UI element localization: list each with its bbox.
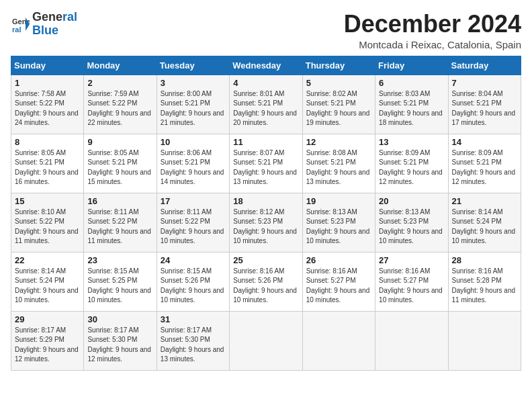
table-row xyxy=(375,311,448,370)
day-info: Sunrise: 8:13 AMSunset: 5:23 PMDaylight:… xyxy=(306,208,371,246)
table-row: 6Sunrise: 8:03 AMSunset: 5:21 PMDaylight… xyxy=(375,75,448,134)
table-row: 4Sunrise: 8:01 AMSunset: 5:21 PMDaylight… xyxy=(230,75,302,134)
day-number: 19 xyxy=(306,196,371,206)
day-number: 8 xyxy=(15,137,80,147)
table-row: 30Sunrise: 8:17 AMSunset: 5:30 PMDayligh… xyxy=(84,311,157,370)
table-row: 8Sunrise: 8:05 AMSunset: 5:21 PMDaylight… xyxy=(11,134,84,193)
day-info: Sunrise: 8:17 AMSunset: 5:30 PMDaylight:… xyxy=(87,326,152,365)
page-header: Gene ral General Blue December 2024 Mont… xyxy=(11,11,521,50)
day-info: Sunrise: 8:16 AMSunset: 5:27 PMDaylight:… xyxy=(379,267,444,306)
calendar: Sunday Monday Tuesday Wednesday Thursday… xyxy=(11,56,521,371)
table-row: 2Sunrise: 7:59 AMSunset: 5:22 PMDaylight… xyxy=(84,75,157,134)
day-info: Sunrise: 8:13 AMSunset: 5:23 PMDaylight:… xyxy=(379,208,444,246)
logo: Gene ral General Blue xyxy=(11,11,77,38)
table-row: 16Sunrise: 8:11 AMSunset: 5:22 PMDayligh… xyxy=(84,193,157,252)
table-row: 7Sunrise: 8:04 AMSunset: 5:21 PMDaylight… xyxy=(448,75,521,134)
day-info: Sunrise: 8:14 AMSunset: 5:24 PMDaylight:… xyxy=(15,267,80,306)
calendar-header-row: Sunday Monday Tuesday Wednesday Thursday… xyxy=(11,56,521,75)
table-row: 17Sunrise: 8:11 AMSunset: 5:22 PMDayligh… xyxy=(157,193,229,252)
day-number: 9 xyxy=(87,137,152,147)
table-row: 22Sunrise: 8:14 AMSunset: 5:24 PMDayligh… xyxy=(11,252,84,311)
table-row: 28Sunrise: 8:16 AMSunset: 5:28 PMDayligh… xyxy=(448,252,521,311)
day-number: 21 xyxy=(452,196,517,206)
day-info: Sunrise: 8:03 AMSunset: 5:21 PMDaylight:… xyxy=(379,89,444,128)
table-row: 29Sunrise: 8:17 AMSunset: 5:29 PMDayligh… xyxy=(11,311,84,370)
col-tuesday: Tuesday xyxy=(157,56,229,75)
day-number: 12 xyxy=(306,137,371,147)
day-number: 28 xyxy=(452,255,517,265)
col-sunday: Sunday xyxy=(11,56,84,75)
day-info: Sunrise: 8:16 AMSunset: 5:28 PMDaylight:… xyxy=(452,267,517,306)
day-number: 27 xyxy=(379,255,444,265)
table-row: 13Sunrise: 8:09 AMSunset: 5:21 PMDayligh… xyxy=(375,134,448,193)
day-number: 4 xyxy=(233,78,298,88)
day-number: 29 xyxy=(15,314,80,324)
day-number: 5 xyxy=(306,78,371,88)
col-monday: Monday xyxy=(84,56,157,75)
day-info: Sunrise: 8:15 AMSunset: 5:25 PMDaylight:… xyxy=(87,267,152,306)
month-title: December 2024 xyxy=(344,11,521,38)
col-saturday: Saturday xyxy=(448,56,521,75)
day-number: 1 xyxy=(15,78,80,88)
day-info: Sunrise: 8:16 AMSunset: 5:27 PMDaylight:… xyxy=(306,267,371,306)
col-thursday: Thursday xyxy=(302,56,375,75)
day-info: Sunrise: 8:06 AMSunset: 5:21 PMDaylight:… xyxy=(161,148,226,187)
table-row: 24Sunrise: 8:15 AMSunset: 5:26 PMDayligh… xyxy=(157,252,229,311)
table-row: 14Sunrise: 8:09 AMSunset: 5:21 PMDayligh… xyxy=(448,134,521,193)
table-row: 10Sunrise: 8:06 AMSunset: 5:21 PMDayligh… xyxy=(157,134,229,193)
day-info: Sunrise: 8:16 AMSunset: 5:26 PMDaylight:… xyxy=(233,267,298,306)
day-number: 7 xyxy=(452,78,517,88)
day-number: 3 xyxy=(161,78,226,88)
logo-icon: Gene ral xyxy=(11,15,30,34)
calendar-week-row: 15Sunrise: 8:10 AMSunset: 5:22 PMDayligh… xyxy=(11,193,521,252)
table-row: 15Sunrise: 8:10 AMSunset: 5:22 PMDayligh… xyxy=(11,193,84,252)
table-row: 27Sunrise: 8:16 AMSunset: 5:27 PMDayligh… xyxy=(375,252,448,311)
table-row: 9Sunrise: 8:05 AMSunset: 5:21 PMDaylight… xyxy=(84,134,157,193)
calendar-week-row: 1Sunrise: 7:58 AMSunset: 5:22 PMDaylight… xyxy=(11,75,521,134)
title-block: December 2024 Montcada i Reixac, Catalon… xyxy=(344,11,521,50)
day-info: Sunrise: 8:14 AMSunset: 5:24 PMDaylight:… xyxy=(452,208,517,246)
day-number: 6 xyxy=(379,78,444,88)
day-number: 15 xyxy=(15,196,80,206)
day-info: Sunrise: 8:09 AMSunset: 5:21 PMDaylight:… xyxy=(379,148,444,187)
day-info: Sunrise: 8:11 AMSunset: 5:22 PMDaylight:… xyxy=(161,208,226,246)
day-info: Sunrise: 8:15 AMSunset: 5:26 PMDaylight:… xyxy=(161,267,226,306)
day-number: 16 xyxy=(87,196,152,206)
table-row xyxy=(230,311,302,370)
day-info: Sunrise: 8:09 AMSunset: 5:21 PMDaylight:… xyxy=(452,148,517,187)
table-row: 23Sunrise: 8:15 AMSunset: 5:25 PMDayligh… xyxy=(84,252,157,311)
logo-text: General Blue xyxy=(32,11,77,38)
table-row: 5Sunrise: 8:02 AMSunset: 5:21 PMDaylight… xyxy=(302,75,375,134)
day-info: Sunrise: 7:59 AMSunset: 5:22 PMDaylight:… xyxy=(87,89,152,128)
day-number: 25 xyxy=(233,255,298,265)
day-info: Sunrise: 8:17 AMSunset: 5:29 PMDaylight:… xyxy=(15,326,80,365)
table-row: 19Sunrise: 8:13 AMSunset: 5:23 PMDayligh… xyxy=(302,193,375,252)
table-row: 18Sunrise: 8:12 AMSunset: 5:23 PMDayligh… xyxy=(230,193,302,252)
day-number: 24 xyxy=(161,255,226,265)
day-info: Sunrise: 8:07 AMSunset: 5:21 PMDaylight:… xyxy=(233,148,298,187)
day-info: Sunrise: 8:10 AMSunset: 5:22 PMDaylight:… xyxy=(15,208,80,246)
day-number: 30 xyxy=(87,314,152,324)
day-info: Sunrise: 8:05 AMSunset: 5:21 PMDaylight:… xyxy=(15,148,80,187)
day-info: Sunrise: 8:08 AMSunset: 5:21 PMDaylight:… xyxy=(306,148,371,187)
day-number: 10 xyxy=(161,137,226,147)
day-number: 17 xyxy=(161,196,226,206)
col-wednesday: Wednesday xyxy=(230,56,302,75)
day-number: 11 xyxy=(233,137,298,147)
table-row: 12Sunrise: 8:08 AMSunset: 5:21 PMDayligh… xyxy=(302,134,375,193)
day-info: Sunrise: 8:01 AMSunset: 5:21 PMDaylight:… xyxy=(233,89,298,128)
table-row: 1Sunrise: 7:58 AMSunset: 5:22 PMDaylight… xyxy=(11,75,84,134)
day-info: Sunrise: 8:04 AMSunset: 5:21 PMDaylight:… xyxy=(452,89,517,128)
day-info: Sunrise: 8:12 AMSunset: 5:23 PMDaylight:… xyxy=(233,208,298,246)
day-number: 2 xyxy=(87,78,152,88)
day-info: Sunrise: 8:05 AMSunset: 5:21 PMDaylight:… xyxy=(87,148,152,187)
table-row xyxy=(302,311,375,370)
calendar-week-row: 22Sunrise: 8:14 AMSunset: 5:24 PMDayligh… xyxy=(11,252,521,311)
svg-text:ral: ral xyxy=(12,26,21,34)
day-info: Sunrise: 8:02 AMSunset: 5:21 PMDaylight:… xyxy=(306,89,371,128)
day-number: 31 xyxy=(161,314,226,324)
day-info: Sunrise: 7:58 AMSunset: 5:22 PMDaylight:… xyxy=(15,89,80,128)
location: Montcada i Reixac, Catalonia, Spain xyxy=(344,39,521,50)
table-row: 25Sunrise: 8:16 AMSunset: 5:26 PMDayligh… xyxy=(230,252,302,311)
day-number: 18 xyxy=(233,196,298,206)
